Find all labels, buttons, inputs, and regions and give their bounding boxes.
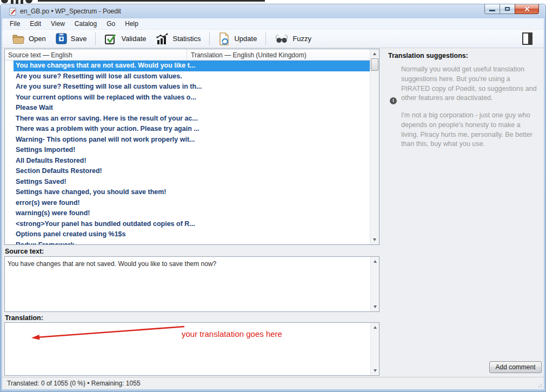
open-button[interactable]: Open (7, 32, 51, 45)
table-row[interactable]: There was an error saving. Here is the r… (14, 114, 370, 124)
fuzzy-button-label: Fuzzy (292, 35, 311, 43)
save-button[interactable]: Save (51, 32, 92, 45)
menu-edit[interactable]: Edit (25, 19, 46, 29)
row-source-text: There was an error saving. Here is the r… (16, 115, 198, 122)
source-scrollbar[interactable] (370, 257, 379, 311)
open-folder-icon (12, 34, 25, 44)
scroll-up-icon[interactable] (371, 323, 379, 331)
resize-grip[interactable] (536, 381, 542, 388)
table-row[interactable]: Section Defaults Restored! (14, 166, 370, 177)
row-source-text: Settings Imported! (16, 146, 75, 154)
row-source-text: Redux Framework (16, 241, 74, 245)
translation-scrollbar[interactable] (370, 323, 379, 375)
table-row[interactable]: Warning- This options panel will not wor… (14, 135, 370, 145)
add-comment-button[interactable]: Add comment (489, 361, 542, 373)
validate-check-icon (104, 33, 117, 45)
close-icon (524, 6, 530, 12)
menu-go[interactable]: Go (102, 19, 120, 29)
column-header-source[interactable]: Source text — English (5, 49, 187, 60)
table-row[interactable]: warning(s) were found! (14, 208, 370, 219)
open-button-label: Open (29, 35, 46, 43)
row-source-text: Options panel created using %1$s (16, 230, 126, 238)
statistics-button-label: Statistics (172, 35, 201, 43)
exclamation-icon (390, 97, 397, 104)
source-text-value: You have changes that are not saved. Wou… (5, 257, 379, 269)
table-row[interactable]: All Defaults Restored! (14, 156, 370, 167)
menu-bar: File Edit View Catalog Go Help (2, 18, 544, 30)
menu-file[interactable]: File (5, 19, 25, 29)
minimize-icon (489, 10, 495, 11)
save-button-label: Save (71, 35, 87, 43)
annotation-text: your translatation goes here (182, 329, 282, 338)
list-scrollbar[interactable] (370, 49, 379, 244)
row-source-text: Your current options will be replaced wi… (16, 94, 196, 101)
source-text-label: Source text: (5, 248, 44, 255)
fuzzy-button[interactable]: Fuzzy (270, 32, 316, 45)
menu-view[interactable]: View (46, 19, 70, 29)
table-row[interactable]: Settings have changed, you should save t… (14, 187, 370, 198)
row-source-text: All Defaults Restored! (16, 157, 86, 164)
table-row[interactable]: You have changes that are not saved. Wou… (14, 61, 370, 71)
table-row[interactable]: <strong>Your panel has bundled outdated … (14, 219, 370, 230)
scroll-down-icon[interactable] (371, 367, 379, 375)
scroll-up-icon[interactable] (370, 50, 378, 58)
menu-catalog[interactable]: Catalog (70, 19, 102, 29)
table-row[interactable]: error(s) were found! (14, 198, 370, 209)
table-row[interactable]: Are you sure? Resetting will lose all cu… (14, 82, 370, 92)
scroll-down-icon[interactable] (371, 303, 379, 311)
translation-label: Translation: (5, 314, 43, 322)
suggestions-paragraph-2: I'm not a big corporation - just one guy… (401, 111, 537, 149)
validate-button[interactable]: Validate (99, 32, 151, 46)
red-annotation-arrow (5, 323, 199, 347)
update-refresh-icon (218, 32, 230, 45)
table-row[interactable]: Redux Framework (14, 240, 370, 245)
message-list-panel: Source text — English Translation — Engl… (4, 49, 379, 245)
row-source-text: <strong>Your panel has bundled outdated … (16, 220, 195, 228)
table-row[interactable]: There was a problem with your action. Pl… (14, 124, 370, 135)
translation-input-box[interactable]: your translatation goes here (4, 322, 379, 376)
title-bar[interactable]: en_GB.po • WP_Spectrum - Poedit (2, 4, 544, 18)
validate-button-label: Validate (121, 35, 146, 43)
status-bar: Translated: 0 of 1055 (0 %) • Remaining:… (2, 377, 544, 389)
statistics-button[interactable]: Statistics (151, 32, 205, 46)
minimize-button[interactable] (484, 4, 500, 14)
row-source-text: There was a problem with your action. Pl… (16, 125, 199, 132)
window-title: en_GB.po • WP_Spectrum - Poedit (20, 8, 121, 15)
scroll-down-icon[interactable] (370, 236, 378, 244)
column-header-translation[interactable]: Translation — English (United Kingdom) (187, 49, 379, 60)
menu-help[interactable]: Help (120, 19, 143, 29)
row-source-text: Settings have changed, you should save t… (16, 188, 167, 196)
suggestions-sidebar: Translation suggestions: Normally you wo… (381, 48, 544, 359)
table-row[interactable]: Settings Saved! (14, 177, 370, 188)
statistics-chart-icon (156, 33, 169, 45)
source-text-box[interactable]: You have changes that are not saved. Wou… (4, 256, 379, 312)
table-row[interactable]: Options panel created using %1$s (14, 229, 370, 240)
toolbar-separator (209, 32, 210, 45)
maximize-icon (505, 7, 510, 11)
toolbar-separator (95, 32, 96, 45)
table-row[interactable]: Settings Imported! (14, 145, 370, 156)
table-row[interactable]: Are you sure? Resetting will lose all cu… (14, 71, 370, 82)
row-source-text: Warning- This options panel will not wor… (16, 136, 195, 143)
row-source-text: Section Defaults Restored! (16, 167, 102, 175)
background-page-fragment (1, 0, 271, 4)
list-header: Source text — English Translation — Engl… (5, 49, 379, 61)
update-button[interactable]: Update (214, 31, 262, 46)
scrollbar-thumb[interactable] (371, 58, 378, 71)
poedit-window: en_GB.po • WP_Spectrum - Poedit File Edi… (0, 4, 546, 392)
translation-value (5, 323, 379, 326)
fuzzy-glasses-icon (275, 34, 289, 44)
sidebar-toggle-icon[interactable] (522, 32, 532, 45)
close-button[interactable] (515, 4, 539, 14)
table-row[interactable]: Your current options will be replaced wi… (14, 92, 370, 103)
update-button-label: Update (234, 35, 257, 43)
row-source-text: Settings Saved! (16, 178, 66, 185)
client-area: Source text — English Translation — Engl… (2, 48, 544, 389)
table-row[interactable]: Please Wait (14, 103, 370, 114)
row-source-text: Please Wait (16, 104, 53, 111)
row-source-text: Are you sure? Resetting will lose all cu… (16, 83, 202, 90)
toolbar-separator (265, 32, 266, 45)
row-source-text: Are you sure? Resetting will lose all cu… (16, 72, 182, 80)
maximize-button[interactable] (500, 4, 515, 14)
scroll-up-icon[interactable] (371, 257, 379, 265)
